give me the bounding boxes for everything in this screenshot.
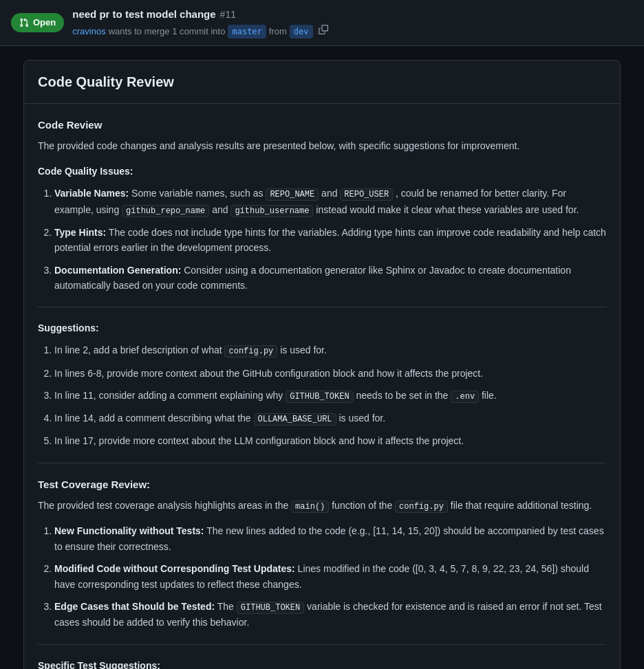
list-item: New Functionality without Tests: The new… xyxy=(54,523,606,554)
branch-from-text: from xyxy=(269,25,287,39)
item-bold: Variable Names: xyxy=(54,188,129,199)
open-badge: Open xyxy=(11,13,64,32)
specific-test-suggestions-section: Specific Test Suggestions: Add tests for… xyxy=(38,659,606,670)
code-review-intro: The provided code changes and analysis r… xyxy=(38,138,606,153)
test-coverage-issues-list: New Functionality without Tests: The new… xyxy=(38,523,606,630)
code-review-section: Code Review The provided code changes an… xyxy=(38,118,606,294)
code-inline: github_repo_name xyxy=(122,205,209,217)
list-item: Type Hints: The code does not include ty… xyxy=(54,225,606,256)
test-coverage-title: Test Coverage Review: xyxy=(38,477,606,493)
code-inline: .env xyxy=(451,391,479,403)
git-pull-request-icon xyxy=(19,18,29,28)
code-inline: config.py xyxy=(224,345,277,358)
review-header: Code Quality Review xyxy=(24,61,620,104)
specific-test-suggestions-title: Specific Test Suggestions: xyxy=(38,659,606,670)
pr-number: #11 xyxy=(220,8,236,22)
list-item: Edge Cases that Should be Tested: The GI… xyxy=(54,599,606,630)
code-review-title: Code Review xyxy=(38,118,606,133)
list-item: In line 17, provide more context about t… xyxy=(54,433,606,448)
list-item: Modified Code without Corresponding Test… xyxy=(54,561,606,592)
code-inline: config.py xyxy=(395,501,448,513)
item-bold: Type Hints: xyxy=(54,227,106,238)
item-bold: Modified Code without Corresponding Test… xyxy=(54,563,295,574)
pr-author: cravinos xyxy=(72,25,105,39)
top-bar: Open need pr to test model change #11 cr… xyxy=(0,0,644,46)
pr-title: need pr to test model change xyxy=(72,7,215,23)
code-inline: REPO_USER xyxy=(340,188,393,201)
code-inline: GITHUB_TOKEN xyxy=(286,391,353,403)
list-item: In line 2, add a brief description of wh… xyxy=(54,342,606,358)
list-item: In lines 6-8, provide more context about… xyxy=(54,366,606,381)
pr-meta-text: wants to merge 1 commit into xyxy=(109,25,226,39)
pr-meta: cravinos wants to merge 1 commit into ma… xyxy=(72,25,328,39)
page-title: Code Quality Review xyxy=(38,72,606,92)
test-coverage-intro: The provided test coverage analysis high… xyxy=(38,498,606,514)
test-coverage-section: Test Coverage Review: The provided test … xyxy=(38,477,606,630)
item-bold: New Functionality without Tests: xyxy=(54,525,204,536)
branch-source[interactable]: dev xyxy=(290,25,313,39)
suggestions-list: In line 2, add a brief description of wh… xyxy=(38,342,606,448)
item-bold: Documentation Generation: xyxy=(54,265,181,276)
open-badge-label: Open xyxy=(33,16,56,30)
code-quality-issues-title: Code Quality Issues: xyxy=(38,164,606,179)
list-item: In line 11, consider adding a comment ex… xyxy=(54,388,606,404)
code-inline: github_username xyxy=(230,205,313,217)
copy-branch-icon[interactable] xyxy=(319,25,328,39)
divider xyxy=(38,644,606,645)
suggestions-title: Suggestions: xyxy=(38,321,606,336)
code-inline: OLLAMA_BASE_URL xyxy=(254,413,336,426)
review-card: Code Quality Review Code Review The prov… xyxy=(23,60,621,670)
code-inline: GITHUB_TOKEN xyxy=(237,602,304,614)
list-item: Variable Names: Some variable names, suc… xyxy=(54,186,606,217)
code-quality-issues-list: Variable Names: Some variable names, suc… xyxy=(38,186,606,293)
branch-target[interactable]: master xyxy=(228,25,266,39)
code-inline: REPO_NAME xyxy=(266,188,319,201)
item-bold: Edge Cases that Should be Tested: xyxy=(54,601,215,612)
list-item: In line 14, add a comment describing wha… xyxy=(54,410,606,426)
divider xyxy=(38,307,606,307)
code-inline: main() xyxy=(291,501,329,513)
suggestions-section: Suggestions: In line 2, add a brief desc… xyxy=(38,321,606,448)
main-content: Code Quality Review Code Review The prov… xyxy=(12,60,632,670)
review-body: Code Review The provided code changes an… xyxy=(24,104,620,670)
divider xyxy=(38,463,606,463)
list-item: Documentation Generation: Consider using… xyxy=(54,263,606,294)
